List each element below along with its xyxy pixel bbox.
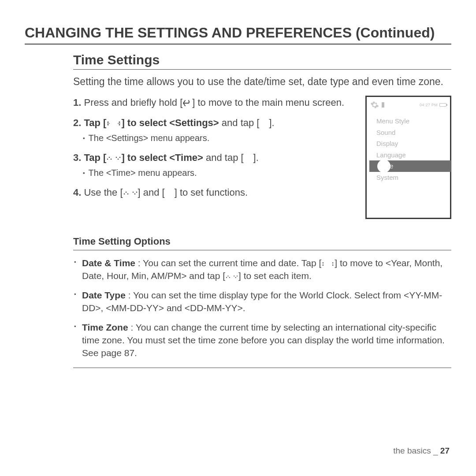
- svg-point-1: [108, 124, 109, 126]
- svg-point-22: [229, 277, 230, 278]
- step-2-c: <Settings>: [169, 117, 219, 128]
- back-icon: [182, 100, 192, 107]
- svg-point-19: [332, 264, 334, 266]
- step-4: 4. Use the [] and [ ] to set functions.: [73, 186, 353, 200]
- svg-point-10: [123, 193, 125, 195]
- opt2-text: : You can set the time display type for …: [82, 290, 442, 313]
- intro-text: Setting the time allows you to use the d…: [73, 75, 451, 89]
- options-heading: Time Setting Options: [73, 236, 451, 250]
- svg-point-23: [234, 275, 234, 276]
- option-date-type: Date Type : You can set the time display…: [82, 289, 450, 315]
- svg-point-24: [235, 277, 236, 278]
- svg-point-21: [227, 275, 228, 276]
- left-right-icon: [106, 120, 121, 126]
- svg-point-25: [237, 275, 238, 276]
- section-heading: Time Settings: [73, 52, 451, 70]
- step-3-b: ] to select: [121, 152, 169, 163]
- svg-point-5: [109, 157, 110, 158]
- selected-label: e: [390, 162, 393, 170]
- svg-point-16: [323, 262, 324, 264]
- svg-point-13: [132, 192, 134, 193]
- menu-item: Menu Style: [376, 115, 446, 127]
- up-down-icon: [106, 155, 121, 161]
- opt2-label: Date Type: [82, 290, 126, 300]
- svg-point-14: [134, 193, 135, 195]
- menu-item: Sound: [376, 127, 446, 138]
- menu-item: System: [376, 172, 446, 183]
- opt1-label: Date & Time: [82, 258, 135, 268]
- step-2-a: Tap [: [84, 117, 106, 128]
- device-screen: 04:27 PM Menu Style Sound Display Langua…: [365, 96, 451, 219]
- opt3-text: : You can change the current time by sel…: [82, 322, 445, 358]
- svg-point-12: [127, 193, 128, 195]
- page-number: 27: [440, 446, 450, 455]
- svg-point-0: [108, 122, 109, 123]
- svg-point-15: [136, 192, 137, 193]
- step-3-a: Tap [: [84, 152, 106, 163]
- opt3-label: Time Zone: [82, 322, 128, 332]
- step-1-b: ] to move to the main menu screen.: [192, 97, 344, 108]
- step-1-a: Press and briefly hold [: [84, 97, 182, 108]
- step-3-d: and tap [ ].: [203, 152, 259, 163]
- step-2-sub: The <Settings> menu appears.: [83, 132, 353, 145]
- battery-icon: [439, 103, 446, 107]
- svg-point-7: [116, 157, 117, 158]
- left-right-icon: [321, 261, 335, 267]
- step-2-b: ] to select: [121, 117, 169, 128]
- option-date-time: Date & Time : You can set the current ti…: [82, 257, 450, 283]
- svg-point-8: [118, 159, 119, 160]
- menu-item: Display: [376, 138, 446, 149]
- step-4-b: ] and [ ] to set functions.: [138, 187, 248, 198]
- step-4-a: Use the [: [84, 187, 123, 198]
- step-2: 2. Tap [] to select <Settings> and tap […: [73, 116, 353, 145]
- page-heading: CHANGING THE SETTINGS AND PREFERENCES (C…: [25, 25, 451, 45]
- selection-highlight: [377, 160, 390, 172]
- up-down-icon: [123, 190, 138, 196]
- footer-text: the basics _: [393, 446, 440, 455]
- svg-point-4: [107, 159, 108, 160]
- notch-icon: [382, 102, 384, 108]
- steps-list: 1. Press and briefly hold [] to move to …: [73, 96, 353, 206]
- opt1-a: : You can set the current time and date.…: [135, 258, 321, 268]
- svg-point-11: [125, 192, 126, 193]
- option-time-zone: Time Zone : You can change the current t…: [82, 321, 450, 360]
- svg-point-2: [119, 122, 120, 123]
- status-bar: 04:27 PM: [420, 103, 446, 107]
- step-2-d: and tap [ ].: [219, 117, 275, 128]
- svg-point-20: [226, 277, 227, 278]
- step-1: 1. Press and briefly hold [] to move to …: [73, 96, 353, 110]
- step-3: 3. Tap [] to select <Time> and tap [ ]. …: [73, 151, 353, 179]
- svg-point-17: [323, 264, 324, 266]
- opt1-c: ] to set each item.: [238, 271, 312, 281]
- svg-point-9: [119, 157, 121, 158]
- svg-point-18: [332, 262, 334, 264]
- svg-point-3: [119, 124, 120, 126]
- step-3-sub: The <Time> menu appears.: [83, 167, 353, 179]
- svg-point-6: [111, 159, 112, 160]
- menu-item-selected: e: [369, 160, 451, 172]
- status-time: 04:27 PM: [420, 103, 438, 107]
- menu-item: Language: [376, 149, 446, 161]
- gear-icon: [370, 100, 379, 109]
- device-menu: Menu Style Sound Display Language e Syst…: [370, 115, 446, 183]
- page-footer: the basics _ 27: [393, 446, 450, 456]
- up-down-icon: [225, 274, 238, 279]
- step-3-c: <Time>: [169, 152, 203, 163]
- options-list: Date & Time : You can set the current ti…: [82, 257, 450, 360]
